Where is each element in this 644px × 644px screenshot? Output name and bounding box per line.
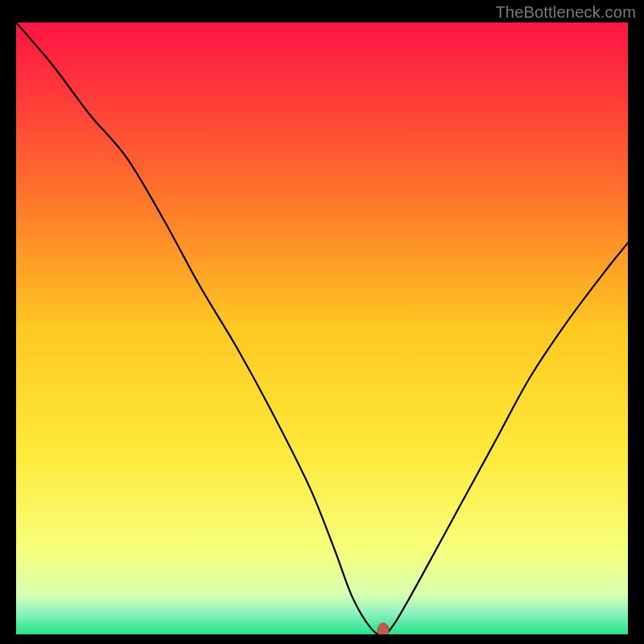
watermark-text: TheBottleneck.com	[495, 3, 636, 22]
gradient-background	[16, 23, 628, 634]
curve-marker	[378, 623, 389, 634]
bottleneck-chart	[16, 23, 628, 634]
chart-svg	[16, 23, 628, 634]
chart-frame: TheBottleneck.com	[0, 0, 644, 644]
